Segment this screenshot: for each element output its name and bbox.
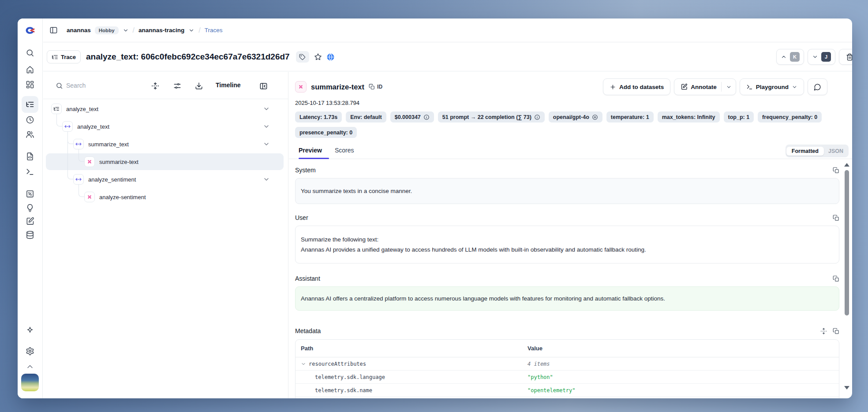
settings-gear-icon[interactable]: [26, 347, 34, 356]
copy-icon[interactable]: [833, 215, 839, 221]
scrollbar-up-arrow[interactable]: [844, 163, 849, 167]
bookmark-star-button[interactable]: [314, 53, 322, 61]
trace-tree-icon: [52, 54, 58, 60]
tab-preview[interactable]: Preview: [299, 147, 322, 154]
breadcrumb-project[interactable]: anannas-tracing: [138, 27, 184, 33]
filter-sliders-icon[interactable]: [173, 82, 181, 90]
metadata-table: Path Value resourceAttributes 4 items: [295, 339, 839, 398]
chevron-down-icon[interactable]: [263, 141, 270, 148]
copy-icon[interactable]: [833, 167, 839, 174]
tracing-tree-icon: [26, 100, 34, 109]
add-to-datasets-button[interactable]: Add to datasets: [603, 78, 670, 95]
search-icon[interactable]: [26, 48, 34, 57]
format-toggle-formatted[interactable]: Formatted: [786, 147, 824, 156]
observation-tree-panel: Timeline analyze_text: [43, 72, 288, 398]
chevron-down-icon[interactable]: [123, 27, 129, 33]
tag-button[interactable]: [296, 51, 309, 63]
fold-vertical-icon[interactable]: [151, 82, 159, 90]
breadcrumb-separator: /: [198, 26, 200, 34]
divider: [721, 82, 722, 92]
metadata-col-path: Path: [296, 345, 528, 352]
breadcrumb-separator: /: [133, 26, 135, 34]
user-avatar[interactable]: [21, 374, 39, 391]
comments-button[interactable]: [808, 78, 827, 95]
chevron-down-icon[interactable]: [188, 27, 195, 33]
chevron-down-icon[interactable]: [726, 84, 732, 90]
prev-trace-button[interactable]: K: [776, 49, 804, 65]
tree-row-span[interactable]: summarize_text: [43, 135, 288, 153]
observation-detail-panel: summarize-text ID Add to datasets Annota…: [289, 72, 852, 398]
next-trace-button[interactable]: J: [808, 49, 835, 65]
chevron-down-icon[interactable]: [263, 176, 270, 183]
info-icon[interactable]: [534, 114, 540, 120]
trace-header-bar: Trace analyze_text: 606c0febc692ce34ec67…: [43, 43, 852, 71]
scrollbar-down-arrow[interactable]: [844, 386, 849, 390]
users-icon[interactable]: [26, 130, 34, 139]
tree-row-generation-selected[interactable]: summarize-text: [43, 153, 288, 171]
public-share-button[interactable]: [326, 53, 335, 61]
presence-penalty-badge: presence_penalty: 0: [295, 127, 357, 138]
edit-pen-icon: [681, 83, 688, 90]
dashboard-icon[interactable]: [26, 80, 34, 89]
top-p-badge: top_p: 1: [724, 111, 754, 122]
model-badge: openai/gpt-4o: [549, 111, 602, 122]
sidebar-toggle-button[interactable]: [49, 26, 58, 35]
home-icon[interactable]: [26, 65, 34, 74]
trace-tree-icon: [51, 104, 62, 114]
tab-scores[interactable]: Scores: [335, 147, 354, 154]
cost-badge: $0.000347: [390, 111, 434, 122]
lightbulb-icon[interactable]: [26, 204, 34, 212]
metadata-row-group[interactable]: resourceAttributes 4 items: [296, 357, 839, 371]
search-input[interactable]: [66, 79, 137, 92]
kbd-j: J: [821, 52, 831, 62]
tag-icon: [299, 54, 306, 60]
timeline-toggle[interactable]: Timeline: [216, 82, 241, 89]
chevron-up-icon: [781, 54, 787, 60]
span-icon: [73, 139, 84, 149]
unfold-vertical-icon[interactable]: [820, 328, 827, 334]
metric-badges-row: Latency: 1.73s Env: default $0.000347 51…: [295, 111, 852, 123]
metadata-col-value: Value: [528, 345, 542, 352]
message-bubble-icon: [814, 83, 821, 91]
tree-row-generation[interactable]: analyze-sentiment: [43, 188, 288, 206]
annotate-split-button[interactable]: Annotate: [674, 78, 736, 95]
app-logo[interactable]: [25, 26, 35, 34]
annotation-pen-icon[interactable]: [26, 217, 34, 226]
prompts-file-code-icon[interactable]: [26, 152, 34, 161]
metadata-row: [296, 397, 839, 398]
trash-icon: [846, 53, 853, 61]
collapse-chevron-icon[interactable]: [26, 362, 34, 371]
tree-row-trace[interactable]: analyze_text: [43, 100, 288, 118]
plus-circle-icon[interactable]: [592, 114, 598, 120]
user-message-box: Summarize the following text: Anannas AI…: [295, 226, 839, 264]
scrollbar-thumb[interactable]: [845, 170, 849, 315]
trace-title: analyze_text: 606c0febc692ce34ec67a7e632…: [86, 52, 290, 62]
copy-id-button[interactable]: [369, 84, 375, 90]
copy-icon[interactable]: [833, 328, 839, 334]
format-toggle-json[interactable]: JSON: [824, 147, 848, 156]
evals-percent-icon[interactable]: [26, 189, 34, 198]
playground-button[interactable]: Playground: [740, 78, 804, 95]
tree-row-span[interactable]: analyze_text: [43, 118, 288, 135]
star-icon: [314, 53, 322, 61]
sessions-clock-icon[interactable]: [26, 115, 34, 124]
sidebar-item-tracing[interactable]: [22, 96, 38, 113]
copy-icon[interactable]: [833, 275, 839, 282]
app-window: anannas Hobby / anannas-tracing / Traces…: [18, 19, 852, 398]
tree-toolbar: Timeline: [43, 72, 288, 99]
chevron-down-icon[interactable]: [263, 123, 270, 130]
sparkle-icon[interactable]: [26, 326, 34, 335]
chevron-down-icon[interactable]: [301, 361, 306, 367]
info-icon[interactable]: [423, 114, 430, 120]
tree-rows: analyze_text analyze_text summarize_text: [43, 100, 288, 398]
panel-collapse-icon[interactable]: [259, 82, 268, 90]
breadcrumb-org[interactable]: anannas: [67, 27, 91, 33]
datasets-database-icon[interactable]: [26, 230, 34, 239]
breadcrumb-traces-link[interactable]: Traces: [205, 27, 223, 33]
chevron-down-icon[interactable]: [263, 105, 270, 112]
download-icon[interactable]: [195, 82, 203, 90]
tree-row-span[interactable]: analyze_sentiment: [43, 171, 288, 188]
temperature-badge: temperature: 1: [606, 111, 654, 122]
playground-terminal-icon[interactable]: [26, 167, 34, 176]
delete-trace-button[interactable]: [839, 49, 852, 65]
